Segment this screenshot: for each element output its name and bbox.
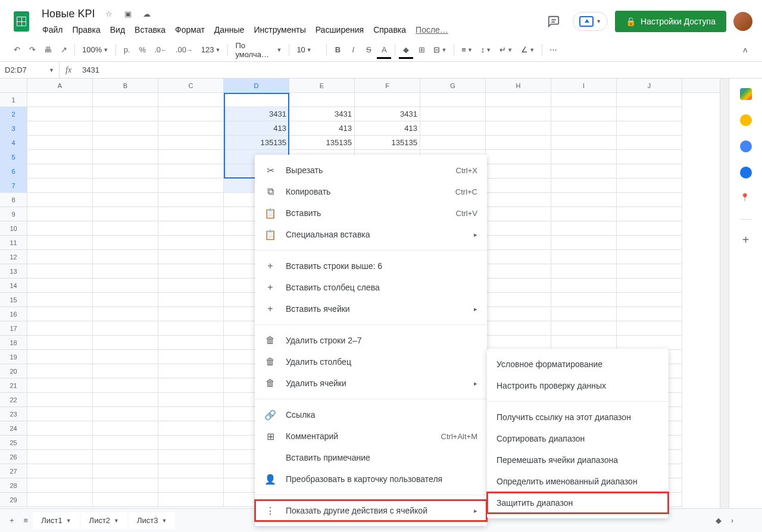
cell-H13[interactable] [486,264,551,278]
increase-decimal-button[interactable]: .00→ [172,42,196,58]
col-header-G[interactable]: G [420,79,486,92]
cell-B18[interactable] [93,336,158,350]
cell-C1[interactable] [158,93,224,107]
menu-item[interactable]: 📋Специальная вставка▸ [255,224,487,245]
font-dropdown[interactable]: По умолча…▼ [232,39,285,61]
contacts-icon[interactable] [740,167,752,179]
doc-title[interactable]: Новые KPI [38,7,99,21]
cell-A21[interactable] [27,378,93,393]
cell-J4[interactable] [617,136,682,150]
cell-D3[interactable]: 413 [224,121,289,136]
cell-H7[interactable] [486,179,551,193]
cell-A14[interactable] [27,278,93,293]
row-header-18[interactable]: 18 [0,336,27,350]
cell-C23[interactable] [158,407,224,421]
cell-I15[interactable] [551,293,617,307]
cell-B14[interactable] [93,278,158,293]
valign-dropdown[interactable]: ↕▼ [477,43,495,57]
cell-G3[interactable] [420,121,486,136]
cell-J10[interactable] [617,221,682,236]
cell-A27[interactable] [27,464,93,478]
move-icon[interactable]: ▣ [123,8,133,19]
cell-A1[interactable] [27,93,93,107]
cell-H11[interactable] [486,236,551,250]
row-header-22[interactable]: 22 [0,393,27,407]
cell-J2[interactable] [617,107,682,121]
menu-item[interactable]: ⧉КопироватьCtrl+C [255,181,487,202]
cell-F3[interactable]: 413 [355,121,420,136]
menu-формат[interactable]: Формат [171,23,209,37]
cell-I14[interactable] [551,278,617,293]
cell-H18[interactable] [486,336,551,350]
cell-G2[interactable] [420,107,486,121]
cell-H17[interactable] [486,321,551,336]
cell-C7[interactable] [158,179,224,193]
menu-item[interactable]: ✂ВырезатьCtrl+X [255,159,487,181]
sheet-tab-1[interactable]: Лист1▼ [33,512,79,528]
cell-C13[interactable] [158,264,224,278]
row-header-29[interactable]: 29 [0,493,27,507]
menu-правка[interactable]: Правка [68,23,104,37]
cell-F4[interactable]: 135135 [355,136,420,150]
row-header-13[interactable]: 13 [0,264,27,278]
cell-C11[interactable] [158,236,224,250]
cell-C28[interactable] [158,478,224,493]
formula-input[interactable]: 3431 [77,65,762,74]
menu-данные[interactable]: Данные [210,23,249,37]
menu-вставка[interactable]: Вставка [130,23,170,37]
cell-I7[interactable] [551,179,617,193]
sheet-tab-2[interactable]: Лист2▼ [81,512,127,528]
cell-B15[interactable] [93,293,158,307]
cell-A26[interactable] [27,450,93,464]
cell-A12[interactable] [27,250,93,264]
cell-B22[interactable] [93,393,158,407]
cell-A18[interactable] [27,336,93,350]
cell-C18[interactable] [158,336,224,350]
comments-icon[interactable] [542,10,566,33]
col-header-E[interactable]: E [289,79,355,92]
menu-item[interactable]: ⋮Показать другие действия с ячейкой▸ [255,500,487,521]
cell-A15[interactable] [27,293,93,307]
row-header-2[interactable]: 2 [0,107,27,121]
menu-item[interactable]: 👤Преобразовать в карточку пользователя [255,468,487,490]
cell-B24[interactable] [93,421,158,436]
user-avatar[interactable] [733,12,752,31]
cell-A17[interactable] [27,321,93,336]
fill-color-button[interactable]: ◆ [399,42,413,58]
cell-B13[interactable] [93,264,158,278]
menu-item[interactable]: Вставить примечание [255,447,487,468]
cell-A16[interactable] [27,307,93,321]
col-header-F[interactable]: F [355,79,420,92]
cell-A9[interactable] [27,207,93,221]
cell-B1[interactable] [93,93,158,107]
cell-B17[interactable] [93,321,158,336]
row-header-5[interactable]: 5 [0,150,27,164]
cell-B11[interactable] [93,236,158,250]
decrease-decimal-button[interactable]: .0← [151,42,171,58]
menu-вид[interactable]: Вид [106,23,129,37]
merge-dropdown[interactable]: ⊟▼ [430,43,450,57]
cell-I9[interactable] [551,207,617,221]
submenu-item[interactable]: Сортировать диапазон [487,428,669,449]
row-header-28[interactable]: 28 [0,478,27,493]
cloud-icon[interactable]: ☁ [142,8,152,19]
italic-button[interactable]: I [346,42,360,58]
submenu-item[interactable]: Перемешать ячейки диапазона [487,449,669,471]
rotate-dropdown[interactable]: ∠▼ [517,43,538,57]
cell-H6[interactable] [486,164,551,179]
name-box[interactable]: D2:D7▼ [0,62,60,78]
cell-J8[interactable] [617,193,682,207]
row-header-12[interactable]: 12 [0,250,27,264]
cell-H2[interactable] [486,107,551,121]
star-icon[interactable]: ☆ [104,8,114,19]
cell-B7[interactable] [93,179,158,193]
col-header-I[interactable]: I [551,79,617,92]
menu-инструменты[interactable]: Инструменты [249,23,310,37]
cell-I16[interactable] [551,307,617,321]
row-header-24[interactable]: 24 [0,421,27,436]
borders-button[interactable]: ⊞ [414,42,429,58]
row-header-14[interactable]: 14 [0,278,27,293]
select-all-corner[interactable] [0,79,27,92]
add-sheet-button[interactable]: + [5,514,19,527]
add-addon-icon[interactable]: + [740,234,752,246]
